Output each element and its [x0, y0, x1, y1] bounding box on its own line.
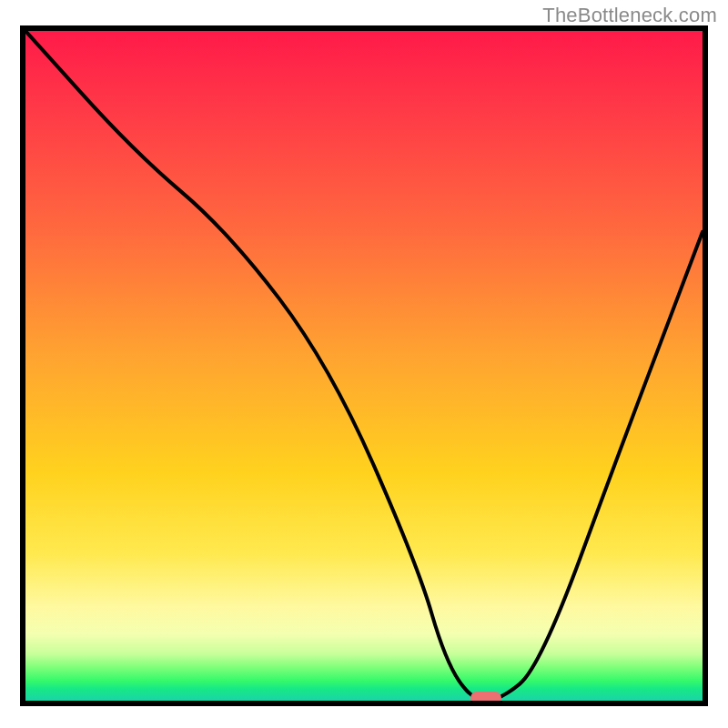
optimal-marker — [470, 692, 501, 704]
curve-layer — [25, 31, 703, 701]
bottleneck-curve — [25, 31, 703, 701]
plot-area — [20, 25, 708, 706]
watermark-text: TheBottleneck.com — [542, 4, 717, 27]
